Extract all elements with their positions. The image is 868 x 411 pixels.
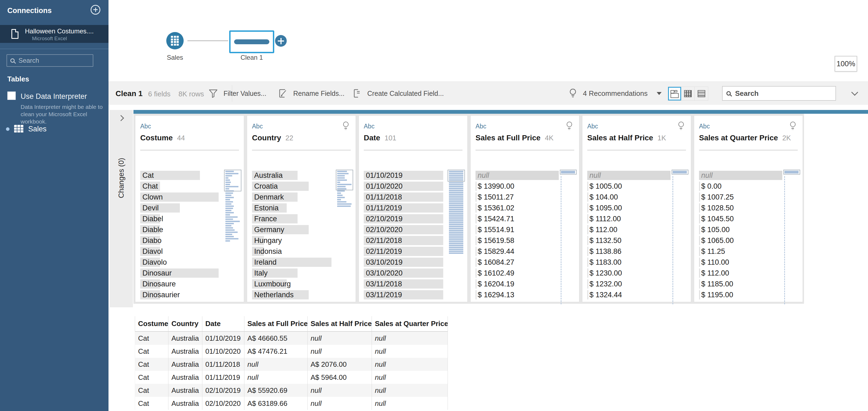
profile-value-row[interactable]: 02/10/2019 — [364, 214, 463, 224]
profile-card-country[interactable]: AbcCountry22AustraliaCroatiaDenmarkEston… — [247, 115, 356, 302]
profile-value-row[interactable]: $ 110.00 — [699, 258, 798, 267]
profile-value-row[interactable]: 01/11/2019 — [364, 203, 463, 212]
grid-header-sales-at-full-price[interactable]: Sales at Full Price — [244, 316, 308, 331]
grid-cell[interactable]: Australia — [168, 345, 203, 358]
profile-value-row[interactable]: $ 1185.00 — [699, 280, 798, 289]
profile-value-row[interactable]: France — [252, 214, 351, 224]
profile-value-row[interactable]: 01/11/2018 — [364, 193, 463, 202]
profile-value-row[interactable]: $ 1007.25 — [699, 193, 798, 202]
profile-value-row[interactable]: $ 1324.44 — [587, 290, 686, 299]
profile-value-row[interactable]: $ 1112.00 — [587, 214, 686, 224]
profile-value-row[interactable]: $ 104.00 — [587, 193, 686, 202]
profile-value-row[interactable]: $ 1195.00 — [699, 290, 798, 299]
field-name[interactable]: Sales at Full Price4K — [475, 134, 553, 142]
grid-cell[interactable]: null — [244, 371, 308, 384]
profile-value-row[interactable]: $ 1230.00 — [587, 268, 686, 278]
view-toggle-profile-and-grid[interactable] — [668, 87, 681, 100]
profile-scroll-map[interactable] — [337, 171, 352, 208]
profile-value-row[interactable]: Estonia — [252, 203, 351, 212]
profile-value-row[interactable]: $ 0.00 — [699, 182, 798, 191]
profile-card-date[interactable]: AbcDate10101/10/201901/10/202001/11/2018… — [359, 115, 468, 302]
profile-card-costume[interactable]: AbcCostume44CatChatClownDevilDiabelDiabl… — [135, 115, 244, 302]
grid-row[interactable]: CatAustralia02/10/2019A$ 55920.69nullnul… — [135, 384, 448, 397]
grid-cell[interactable]: null — [244, 358, 308, 371]
profile-value-row[interactable]: $ 1095.00 — [587, 203, 686, 212]
grid-header-costume[interactable]: Costume — [135, 316, 168, 331]
minimap-viewport[interactable] — [336, 170, 353, 190]
grid-cell[interactable]: 01/10/2020 — [203, 345, 244, 358]
profile-value-row[interactable]: $ 1132.50 — [587, 236, 686, 245]
profile-search-input[interactable] — [735, 89, 832, 98]
connection-item[interactable]: Halloween Costumes.... Microsoft Excel — [0, 25, 108, 43]
grid-cell[interactable]: A$ 2076.00 — [308, 358, 372, 371]
profile-value-row[interactable]: Denmark — [252, 193, 351, 202]
minimap-viewport[interactable] — [560, 170, 577, 175]
grid-cell[interactable]: null — [372, 332, 448, 345]
grid-cell[interactable]: Cat — [135, 384, 168, 397]
grid-cell[interactable]: null — [372, 371, 448, 384]
field-name[interactable]: Sales at Half Price1K — [587, 134, 666, 142]
grid-cell[interactable]: Cat — [135, 358, 168, 371]
profile-value-row[interactable]: Diabel — [140, 214, 240, 224]
profile-value-row[interactable]: Clown — [140, 193, 240, 202]
profile-value-row[interactable]: Diable — [140, 225, 240, 234]
profile-value-row[interactable]: Netherlands — [252, 290, 351, 299]
profile-search[interactable] — [722, 86, 836, 101]
grid-cell[interactable]: 01/10/2019 — [203, 332, 244, 345]
flow-node-clean1-selected[interactable] — [229, 30, 274, 53]
profile-card-sales-at-half-price[interactable]: AbcSales at Half Price1Knull$ 1005.00$ 1… — [582, 115, 691, 302]
profile-value-row[interactable]: $ 1005.00 — [587, 182, 686, 191]
profile-value-row[interactable]: Luxmbourg — [252, 280, 351, 289]
view-toggle-grid[interactable] — [681, 87, 695, 100]
minimap-viewport[interactable] — [672, 170, 688, 175]
profile-value-row[interactable]: Hungary — [252, 236, 351, 245]
profile-card-sales-at-quarter-price[interactable]: AbcSales at Quarter Price2Knull$ 0.00$ 1… — [694, 115, 803, 302]
profile-value-row[interactable]: $ 16204.19 — [475, 280, 575, 289]
grid-cell[interactable]: A$ 55920.69 — [244, 384, 308, 397]
profile-value-row[interactable]: $ 1183.00 — [587, 258, 686, 267]
profile-value-row[interactable]: $ 16084.27 — [475, 258, 575, 267]
data-interpreter-label[interactable]: Use Data Interpreter — [21, 92, 87, 101]
grid-cell[interactable]: null — [308, 345, 372, 358]
sidebar-search[interactable] — [6, 54, 93, 67]
profile-value-row[interactable]: 02/11/2019 — [364, 247, 463, 256]
profile-value-row[interactable]: $ 15829.44 — [475, 247, 575, 256]
profile-value-row[interactable]: Germany — [252, 225, 351, 234]
profile-value-row[interactable]: $ 1065.00 — [699, 236, 798, 245]
profile-value-row[interactable]: $ 11.25 — [699, 247, 798, 256]
profile-value-row[interactable]: 03/10/2019 — [364, 258, 463, 267]
profile-value-row[interactable]: Devil — [140, 203, 240, 212]
grid-cell[interactable]: A$ 47476.21 — [244, 345, 308, 358]
profile-value-row[interactable]: Dinosaurier — [140, 290, 240, 299]
flow-node-sales[interactable] — [166, 32, 184, 50]
profile-value-row[interactable]: $ 15361.02 — [475, 203, 575, 212]
grid-header-sales-at-quarter-price[interactable]: Sales at Quarter Price — [372, 316, 448, 331]
grid-row[interactable]: CatAustralia02/10/2020A$ 63189.66nullnul… — [135, 397, 448, 410]
grid-cell[interactable]: Australia — [168, 332, 203, 345]
recommendations-dropdown[interactable]: 4 Recommendations — [568, 82, 661, 105]
grid-row[interactable]: CatAustralia01/11/2019nullA$ 5964.00null — [135, 371, 448, 384]
profile-value-row[interactable]: $ 13990.00 — [475, 182, 575, 191]
grid-cell[interactable]: 02/10/2020 — [203, 397, 244, 410]
profile-value-row[interactable]: Dinosaur — [140, 268, 240, 278]
profile-value-row[interactable]: $ 15424.71 — [475, 214, 575, 224]
profile-card-sales-at-full-price[interactable]: AbcSales at Full Price4Knull$ 13990.00$ … — [470, 115, 579, 302]
grid-cell[interactable]: Australia — [168, 384, 203, 397]
profile-value-row[interactable]: $ 105.00 — [699, 225, 798, 234]
add-step-icon[interactable] — [275, 35, 287, 47]
profile-value-row[interactable]: $ 112.00 — [699, 268, 798, 278]
profile-value-row[interactable]: Ireland — [252, 258, 351, 267]
grid-cell[interactable]: Cat — [135, 332, 168, 345]
sidebar-search-input[interactable] — [19, 57, 102, 64]
field-name[interactable]: Sales at Quarter Price2K — [699, 134, 791, 142]
lightbulb-icon[interactable] — [567, 122, 572, 127]
grid-cell[interactable]: Australia — [168, 371, 203, 384]
grid-cell[interactable]: null — [308, 384, 372, 397]
grid-cell[interactable]: 01/11/2018 — [203, 358, 244, 371]
changes-panel-collapsed[interactable]: Changes (0) — [110, 110, 133, 307]
profile-value-row[interactable]: $ 15011.27 — [475, 193, 575, 202]
profile-value-row[interactable]: $ 16294.13 — [475, 290, 575, 299]
grid-cell[interactable]: A$ 63189.66 — [244, 397, 308, 410]
grid-cell[interactable]: A$ 5964.00 — [308, 371, 372, 384]
view-toggle-list[interactable] — [695, 87, 708, 100]
